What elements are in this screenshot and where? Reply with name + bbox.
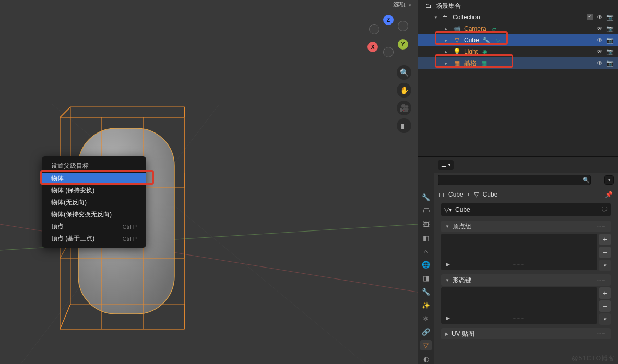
parent-menu-item-vertex[interactable]: 顶点 Ctrl P (42, 221, 146, 233)
specials-menu-button[interactable]: ▾ (599, 313, 611, 325)
mesh-data-icon: ▽▾ (444, 206, 452, 213)
eye-icon[interactable]: 👁 (597, 25, 603, 32)
add-button[interactable]: + (599, 234, 611, 245)
outliner-item-label: Light (464, 48, 478, 55)
disclosure-triangle-icon[interactable]: ▸ (445, 61, 449, 66)
breadcrumb-object[interactable]: Cube (448, 191, 464, 198)
section-title: 顶点组 (453, 222, 471, 231)
tab-particle-icon[interactable]: ✨ (420, 300, 432, 310)
pin-icon[interactable]: 📌 (605, 191, 613, 198)
outliner-item-label: Cube (464, 37, 479, 44)
properties-search-row: 🔍 ▾ (434, 173, 618, 187)
disclosure-triangle-icon[interactable]: ▸ (445, 50, 449, 54)
tab-constraint-icon[interactable]: 🔗 (420, 327, 432, 337)
disclosure-triangle-icon[interactable]: ▼ (434, 15, 438, 20)
outliner-item-cube[interactable]: ▸ ▽ Cube 🔧 ▽ 👁 📷 (418, 34, 618, 46)
mesh-object-icon: ▽ (453, 36, 461, 44)
remove-button[interactable]: − (599, 300, 611, 312)
properties-options-button[interactable]: ▾ (604, 175, 614, 185)
tab-data-icon[interactable]: ▽ (420, 340, 432, 350)
gizmo-neg-z[interactable] (383, 47, 394, 57)
camera-render-icon[interactable]: 📷 (606, 37, 614, 44)
section-header[interactable]: ▶ UV 贴图 ┄┄ (441, 328, 611, 339)
tab-scene-icon[interactable]: 🜂 (420, 246, 432, 257)
add-button[interactable]: + (599, 287, 611, 299)
vertex-groups-list[interactable]: ▶ ┄┄┄ + − ▾ (441, 234, 597, 270)
menu-item-label: 顶点 (51, 222, 64, 231)
tab-material-icon[interactable]: ◐ (420, 354, 432, 364)
section-header[interactable]: ▼ 顶点组 ┄┄ (441, 221, 611, 232)
disclosure-triangle-icon[interactable]: ▼ (445, 278, 449, 283)
scene-collection-icon: 🗀 (424, 2, 433, 10)
parent-menu-item-object[interactable]: 物体 (42, 173, 146, 185)
collection-label: Collection (453, 14, 480, 21)
parent-menu-item-object-keep-no-inverse[interactable]: 物体(保持变换无反向) (42, 209, 146, 221)
tab-tool-icon[interactable]: 🔧 (420, 192, 432, 203)
tab-object-icon[interactable]: ◨ (420, 273, 432, 284)
pan-tool-icon[interactable]: ✋ (397, 83, 411, 98)
tab-viewlayer-icon[interactable]: ◧ (420, 233, 432, 243)
eye-icon[interactable]: 👁 (597, 14, 603, 21)
eye-icon[interactable]: 👁 (597, 48, 603, 55)
gizmo-neg-y[interactable] (369, 24, 379, 34)
datablock-name[interactable]: Cube (455, 206, 470, 213)
fake-user-icon[interactable]: 🛡 (601, 206, 608, 213)
tab-modifier-icon[interactable]: 🔧 (420, 286, 432, 297)
outliner-collection[interactable]: ▼ 🗀 Collection 👁 📷 (418, 11, 618, 23)
shape-keys-list[interactable]: ▶ ┄┄┄ + − ▾ (441, 287, 597, 324)
disclosure-triangle-icon[interactable]: ▸ (445, 27, 449, 31)
disclosure-triangle-icon[interactable]: ▶ (445, 332, 448, 336)
outliner-scene-collection[interactable]: 🗀 场景集合 (418, 0, 618, 11)
tab-output-icon[interactable]: 🖼 (420, 220, 432, 230)
chevron-right-icon: › (468, 191, 470, 198)
play-icon: ▶ (446, 262, 450, 267)
outliner-item-label: Camera (464, 25, 486, 32)
mesh-object-icon: ◻ (439, 191, 444, 198)
nav-gizmo[interactable]: Z Y X (367, 16, 409, 57)
gizmo-y-axis[interactable]: Y (398, 39, 408, 50)
remove-button[interactable]: − (599, 247, 611, 258)
grip-icon: ┄┄ (597, 330, 607, 337)
tab-world-icon[interactable]: 🌐 (420, 260, 432, 270)
camera-render-icon[interactable]: 📷 (606, 59, 614, 67)
eye-icon[interactable]: 👁 (597, 37, 603, 44)
parent-menu-item-vertex-tri[interactable]: 顶点 (基于三点) Ctrl P (42, 233, 146, 245)
parent-menu-item-object-no-inverse[interactable]: 物体(无反向) (42, 197, 146, 209)
eye-icon[interactable]: 👁 (597, 59, 603, 67)
gizmo-x-axis[interactable]: X (367, 42, 378, 52)
section-header[interactable]: ▼ 形态键 ┄┄ (441, 274, 611, 286)
disclosure-triangle-icon[interactable]: ▼ (445, 224, 449, 229)
outliner-item-camera[interactable]: ▸ 📹 Camera ▱ 👁 📷 (418, 23, 618, 34)
chevron-down-icon (408, 1, 411, 8)
svg-line-35 (60, 304, 70, 329)
zoom-tool-icon[interactable]: 🔍 (397, 65, 411, 80)
scene-collection-label: 场景集合 (436, 2, 461, 10)
menu-item-label: 物体 (保持变换) (51, 186, 94, 195)
specials-menu-button[interactable]: ▾ (599, 260, 611, 271)
light-object-icon: 💡 (453, 47, 461, 56)
collection-exclude-checkbox[interactable] (587, 14, 593, 20)
camera-render-icon[interactable]: 📷 (606, 14, 614, 21)
editor-type-selector[interactable]: ☰ ▾ (438, 160, 454, 170)
datablock-name-field[interactable]: ▽▾ Cube 🛡 (441, 203, 611, 216)
outliner-panel[interactable]: 🗀 场景集合 ▼ 🗀 Collection 👁 📷 ▸ 📹 Camera ▱ 👁… (418, 0, 618, 156)
tab-physics-icon[interactable]: ⚛ (420, 313, 432, 324)
resize-grip-icon[interactable]: ┄┄┄ (513, 262, 526, 267)
camera-render-icon[interactable]: 📷 (606, 48, 614, 55)
parent-menu-item-object-keep-transform[interactable]: 物体 (保持变换) (42, 185, 146, 197)
breadcrumb-data[interactable]: Cube (483, 191, 498, 198)
camera-render-icon[interactable]: 📷 (606, 25, 614, 32)
properties-search-input[interactable] (438, 175, 591, 185)
viewport-options-dropdown[interactable]: 选项 (393, 0, 411, 9)
tab-render-icon[interactable]: 🖵 (420, 206, 432, 216)
perspective-toggle-icon[interactable]: ▦ (397, 118, 411, 133)
camera-view-icon[interactable]: 🎥 (397, 101, 411, 115)
options-label: 选项 (393, 0, 406, 9)
resize-grip-icon[interactable]: ┄┄┄ (513, 316, 526, 321)
outliner-item-lattice[interactable]: ▸ ▦ 晶格 ▦ 👁 📷 (418, 57, 618, 69)
gizmo-neg-x[interactable] (398, 21, 408, 31)
mesh-data-icon: ▽ (494, 36, 502, 44)
gizmo-z-axis[interactable]: Z (383, 15, 394, 25)
outliner-item-light[interactable]: ▸ 💡 Light ◉ 👁 📷 (418, 46, 618, 57)
disclosure-triangle-icon[interactable]: ▸ (445, 38, 449, 43)
